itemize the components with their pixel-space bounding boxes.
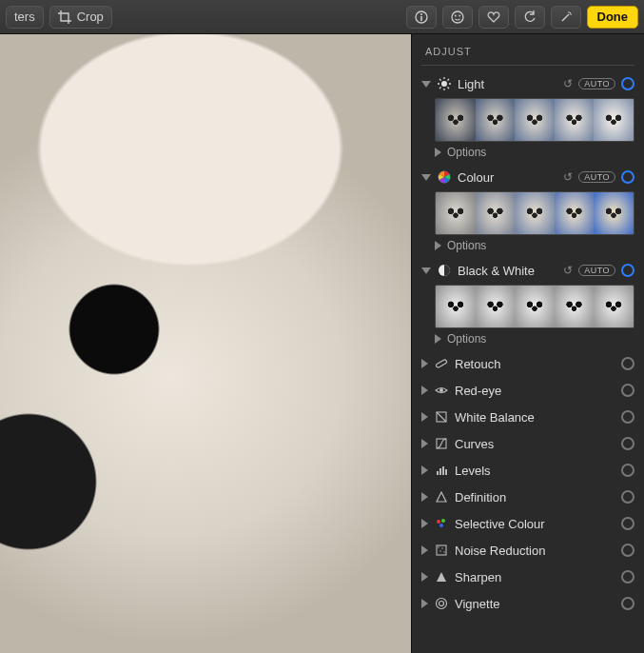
section-header-noise[interactable]: Noise Reduction	[421, 538, 634, 563]
crop-button[interactable]: Crop	[49, 6, 112, 29]
svg-point-32	[443, 551, 444, 552]
enable-toggle[interactable]	[621, 384, 634, 397]
chevron-right-icon	[421, 599, 428, 608]
white-balance-icon	[434, 410, 449, 424]
enable-toggle[interactable]	[621, 77, 634, 90]
rotate-button[interactable]	[515, 6, 545, 29]
bandage-icon	[434, 357, 449, 370]
thumb[interactable]	[476, 286, 516, 327]
filters-button[interactable]: ters	[6, 6, 44, 29]
section-header-wb[interactable]: White Balance	[421, 405, 634, 429]
thumb[interactable]	[555, 286, 595, 327]
colour-thumbstrip[interactable]	[435, 191, 634, 235]
face-icon	[451, 10, 464, 24]
top-toolbar: ters Crop	[0, 0, 644, 34]
enable-toggle[interactable]	[621, 597, 634, 610]
chevron-right-icon	[435, 241, 441, 250]
info-button[interactable]	[406, 6, 437, 29]
section-header-selective[interactable]: Selective Colour	[421, 511, 634, 536]
faces-button[interactable]	[442, 6, 473, 29]
chevron-right-icon	[421, 359, 428, 368]
section-header-retouch[interactable]: Retouch	[421, 351, 634, 376]
enable-toggle[interactable]	[621, 517, 634, 530]
panel-title: ADJUST	[421, 42, 634, 65]
options-label: Options	[447, 332, 486, 346]
bw-thumbstrip[interactable]	[435, 285, 634, 328]
auto-button[interactable]: AUTO	[578, 78, 615, 89]
thumb[interactable]	[436, 99, 476, 141]
wand-icon	[559, 10, 573, 24]
svg-point-1	[420, 13, 422, 15]
svg-point-18	[439, 388, 443, 392]
thumb[interactable]	[515, 192, 555, 234]
section-label: Light	[458, 77, 557, 91]
thumb[interactable]	[594, 286, 634, 327]
thumb[interactable]	[515, 99, 555, 141]
auto-enhance-button[interactable]	[551, 6, 581, 29]
section-label: Selective Colour	[455, 517, 615, 531]
auto-button[interactable]: AUTO	[578, 265, 615, 276]
done-button[interactable]: Done	[587, 6, 639, 29]
section-bw: Black & White ↺ AUTO Options	[421, 258, 634, 346]
section-header-redeye[interactable]: Red-eye	[421, 378, 634, 403]
colour-wheel-icon	[437, 170, 452, 184]
chevron-right-icon	[421, 519, 428, 528]
section-header-vignette[interactable]: Vignette	[421, 591, 634, 616]
section-colour: Colour ↺ AUTO Options	[421, 165, 634, 252]
sun-icon	[437, 77, 452, 90]
enable-toggle[interactable]	[621, 410, 634, 424]
heart-icon	[487, 10, 500, 24]
noise-icon	[434, 544, 449, 557]
enable-toggle[interactable]	[621, 544, 634, 557]
svg-point-29	[438, 546, 439, 547]
enable-toggle[interactable]	[621, 357, 634, 370]
options-row-bw[interactable]: Options	[435, 332, 634, 346]
section-label: Sharpen	[455, 570, 615, 584]
thumb[interactable]	[436, 192, 476, 234]
thumb[interactable]	[555, 192, 595, 234]
enable-toggle[interactable]	[621, 170, 634, 184]
section-label: Red-eye	[455, 384, 615, 398]
section-header-light[interactable]: Light ↺ AUTO	[421, 71, 634, 96]
svg-point-34	[439, 602, 444, 606]
chevron-right-icon	[435, 148, 441, 157]
reset-icon[interactable]: ↺	[563, 77, 573, 90]
section-header-definition[interactable]: Definition	[421, 485, 634, 509]
thumb[interactable]	[515, 286, 555, 327]
info-icon	[415, 10, 428, 24]
chevron-right-icon	[421, 572, 428, 582]
enable-toggle[interactable]	[621, 264, 634, 277]
section-header-curves[interactable]: Curves	[421, 431, 634, 456]
enable-toggle[interactable]	[621, 464, 634, 477]
svg-line-13	[439, 88, 441, 89]
auto-button[interactable]: AUTO	[578, 171, 615, 183]
svg-point-6	[441, 81, 447, 87]
thumb[interactable]	[436, 286, 476, 327]
thumb[interactable]	[594, 192, 634, 234]
reset-icon[interactable]: ↺	[563, 264, 573, 277]
bw-icon	[437, 264, 452, 277]
enable-toggle[interactable]	[621, 437, 634, 450]
svg-rect-17	[436, 359, 447, 367]
options-label: Options	[447, 146, 486, 159]
svg-point-25	[437, 520, 440, 524]
thumb[interactable]	[476, 99, 516, 141]
chevron-right-icon	[421, 386, 428, 395]
section-header-sharpen[interactable]: Sharpen	[421, 564, 634, 589]
reset-icon[interactable]: ↺	[563, 170, 573, 184]
thumb[interactable]	[594, 99, 634, 141]
thumb[interactable]	[555, 99, 595, 141]
options-row-light[interactable]: Options	[435, 146, 634, 159]
section-header-colour[interactable]: Colour ↺ AUTO	[421, 165, 634, 189]
favorite-button[interactable]	[478, 6, 509, 29]
section-header-levels[interactable]: Levels	[421, 458, 634, 483]
section-header-bw[interactable]: Black & White ↺ AUTO	[421, 258, 634, 283]
section-label: Noise Reduction	[455, 544, 615, 558]
enable-toggle[interactable]	[621, 570, 634, 584]
thumb[interactable]	[476, 192, 516, 234]
light-thumbstrip[interactable]	[435, 98, 634, 142]
enable-toggle[interactable]	[621, 490, 634, 504]
svg-rect-21	[437, 471, 439, 475]
options-row-colour[interactable]: Options	[435, 239, 634, 252]
sharpen-icon	[434, 570, 449, 584]
